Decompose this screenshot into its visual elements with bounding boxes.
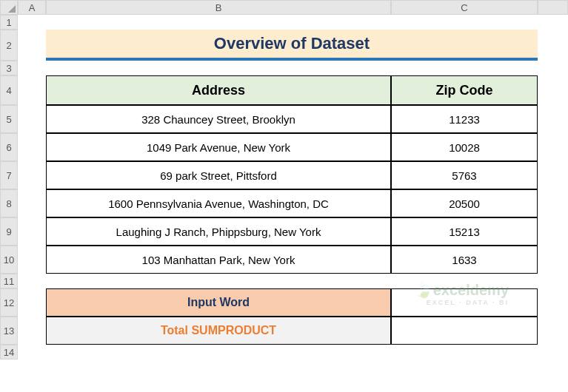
zip-1[interactable]: 10028 [391, 133, 538, 161]
select-all-corner[interactable] [0, 0, 18, 15]
cell-A6[interactable] [18, 133, 46, 161]
cell-A12[interactable] [18, 288, 46, 317]
cell-D7[interactable] [538, 161, 568, 189]
cell-D2[interactable] [538, 30, 568, 61]
cell-A10[interactable] [18, 246, 46, 274]
address-5[interactable]: 103 Manhattan Park, New York [46, 246, 391, 274]
cell-D3[interactable] [538, 61, 568, 75]
cell-C3[interactable] [391, 61, 538, 75]
row-header-8[interactable]: 8 [0, 189, 18, 217]
cell-A3[interactable] [18, 61, 46, 75]
row-header-12[interactable]: 12 [0, 288, 18, 317]
address-1[interactable]: 1049 Park Avenue, New York [46, 133, 391, 161]
address-4[interactable]: Laughing J Ranch, Phippsburg, New York [46, 217, 391, 246]
row-header-1[interactable]: 1 [0, 15, 18, 30]
row-header-6[interactable]: 6 [0, 133, 18, 161]
cell-A14[interactable] [18, 345, 46, 359]
cell-D12[interactable] [538, 288, 568, 317]
cell-B14[interactable] [46, 345, 391, 359]
cell-C14[interactable] [391, 345, 538, 359]
cell-A4[interactable] [18, 75, 46, 105]
cell-D6[interactable] [538, 133, 568, 161]
cell-D4[interactable] [538, 75, 568, 105]
cell-A2[interactable] [18, 30, 46, 61]
row-header-11[interactable]: 11 [0, 274, 18, 288]
total-sumproduct-value[interactable] [391, 317, 538, 345]
cell-B11[interactable] [46, 274, 391, 288]
total-sumproduct-label[interactable]: Total SUMPRODUCT [46, 317, 391, 345]
cell-D11[interactable] [538, 274, 568, 288]
col-header-A[interactable]: A [18, 0, 46, 15]
input-word-label[interactable]: Input Word [46, 288, 391, 317]
cell-D9[interactable] [538, 217, 568, 246]
cell-D10[interactable] [538, 246, 568, 274]
cell-A8[interactable] [18, 189, 46, 217]
cell-C11[interactable] [391, 274, 538, 288]
zip-4[interactable]: 15213 [391, 217, 538, 246]
cell-B1[interactable] [46, 15, 391, 30]
address-3[interactable]: 1600 Pennsylvania Avenue, Washington, DC [46, 189, 391, 217]
col-header-C[interactable]: C [391, 0, 538, 15]
row-header-7[interactable]: 7 [0, 161, 18, 189]
address-0[interactable]: 328 Chauncey Street, Brooklyn [46, 105, 391, 133]
row-header-2[interactable]: 2 [0, 30, 18, 61]
cell-A1[interactable] [18, 15, 46, 30]
zip-0[interactable]: 11233 [391, 105, 538, 133]
input-word-value[interactable] [391, 288, 538, 317]
zip-2[interactable]: 5763 [391, 161, 538, 189]
cell-D14[interactable] [538, 345, 568, 359]
col-header-blank[interactable] [538, 0, 568, 15]
header-zip[interactable]: Zip Code [391, 75, 538, 105]
row-header-10[interactable]: 10 [0, 246, 18, 274]
row-header-3[interactable]: 3 [0, 61, 18, 75]
spreadsheet: A B C 1 2 Overview of Dataset 3 4 Addres… [0, 0, 568, 359]
cell-D8[interactable] [538, 189, 568, 217]
row-header-4[interactable]: 4 [0, 75, 18, 105]
cell-D5[interactable] [538, 105, 568, 133]
row-header-5[interactable]: 5 [0, 105, 18, 133]
zip-3[interactable]: 20500 [391, 189, 538, 217]
dataset-title[interactable]: Overview of Dataset [46, 30, 538, 61]
cell-D1[interactable] [538, 15, 568, 30]
address-2[interactable]: 69 park Street, Pittsford [46, 161, 391, 189]
cell-A5[interactable] [18, 105, 46, 133]
row-header-13[interactable]: 13 [0, 317, 18, 345]
cell-C1[interactable] [391, 15, 538, 30]
row-header-9[interactable]: 9 [0, 217, 18, 246]
cell-A7[interactable] [18, 161, 46, 189]
zip-5[interactable]: 1633 [391, 246, 538, 274]
cell-A11[interactable] [18, 274, 46, 288]
cell-B3[interactable] [46, 61, 391, 75]
header-address[interactable]: Address [46, 75, 391, 105]
cell-A13[interactable] [18, 317, 46, 345]
cell-A9[interactable] [18, 217, 46, 246]
row-header-14[interactable]: 14 [0, 345, 18, 359]
cell-D13[interactable] [538, 317, 568, 345]
col-header-B[interactable]: B [46, 0, 391, 15]
